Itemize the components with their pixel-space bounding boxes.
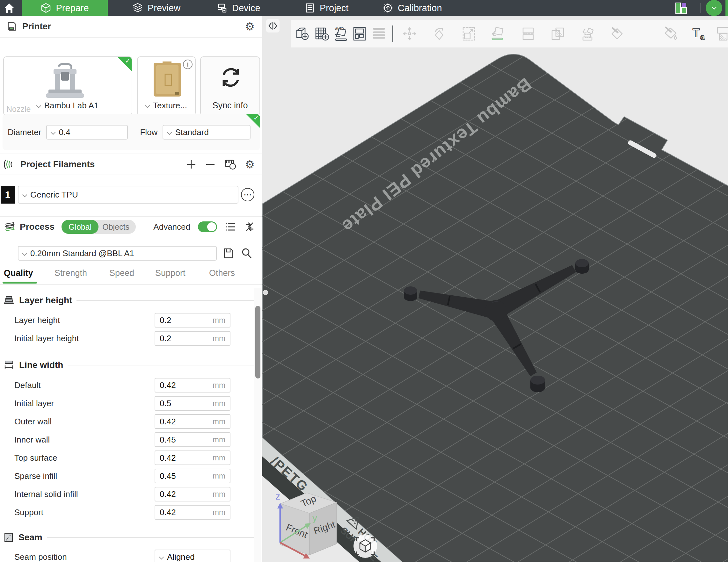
move-icon[interactable] [402, 26, 417, 41]
line-width-inner-wall-input[interactable]: 0.45mm [155, 432, 230, 447]
tab-support[interactable]: Support [155, 268, 186, 278]
filament-icon [3, 159, 17, 170]
initial-layer-height-input[interactable]: 0.2 mm [155, 331, 230, 346]
sidebar-scrollbar-thumb[interactable] [255, 306, 260, 378]
seam-position-select[interactable]: Aligned [155, 550, 230, 562]
viewport-3d[interactable]: Bambu Textured PEI Plate /PETG HOT SURFA… [262, 16, 728, 562]
top-menu-bar: Prepare Preview Device Project Calibrati… [0, 0, 728, 16]
setting-label: Support [14, 507, 43, 517]
chevron-down-icon [711, 4, 717, 10]
viewport-toolbar: AUTO [291, 20, 728, 47]
nozzle-label: Nozzle [6, 105, 31, 114]
filament-slot-number[interactable]: 1 [1, 186, 15, 204]
topbar-divider [700, 3, 701, 13]
assembly-view-icon[interactable] [371, 26, 387, 41]
edge-button-sliver[interactable] [725, 0, 728, 16]
lay-on-face-icon[interactable] [491, 26, 506, 41]
add-plate-icon[interactable] [314, 26, 329, 41]
line-width-default-input[interactable]: 0.42mm [155, 378, 230, 392]
filament-select[interactable]: Generic TPU [18, 186, 238, 204]
active-tab-underline [3, 281, 37, 283]
collapse-sidebar-button[interactable] [266, 19, 280, 33]
ams-sync-icon[interactable] [224, 158, 237, 171]
remove-filament-icon[interactable] [205, 159, 216, 170]
tab-quality[interactable]: Quality [4, 268, 33, 278]
rotate-icon[interactable] [432, 26, 447, 41]
layer-height-icon [3, 295, 15, 306]
plate-type-select[interactable]: Texture... [138, 101, 195, 111]
plate-type-card[interactable]: i Texture... [137, 56, 196, 116]
chevron-down-icon [36, 103, 41, 108]
printer-settings-gear-icon[interactable]: ⚙ [245, 21, 255, 32]
view-all-settings-icon[interactable] [225, 222, 236, 232]
svg-text:T: T [693, 26, 700, 40]
line-width-top-surface-input[interactable]: 0.42mm [155, 450, 230, 465]
tab-calibration[interactable]: Calibration [373, 0, 452, 16]
variable-layer-icon[interactable] [580, 26, 595, 41]
panel-resize-handle[interactable] [263, 290, 268, 295]
cut-icon[interactable] [609, 26, 625, 41]
prepare-cube-icon [40, 3, 51, 13]
tab-strength[interactable]: Strength [55, 268, 87, 278]
scope-global[interactable]: Global [62, 220, 98, 234]
tab-speed[interactable]: Speed [109, 268, 134, 278]
line-width-initial-input[interactable]: 0.5mm [155, 396, 230, 411]
search-settings-icon[interactable] [240, 247, 253, 260]
sidebar-scrollbar-track[interactable] [254, 288, 261, 562]
setting-label: Internal solid infill [14, 489, 78, 499]
flow-select[interactable]: Standard [163, 125, 251, 140]
scale-icon[interactable] [461, 26, 477, 41]
add-object-icon[interactable] [294, 26, 309, 41]
tab-prepare[interactable]: Prepare [22, 0, 108, 16]
home-button[interactable] [3, 2, 15, 16]
add-filament-icon[interactable] [186, 159, 197, 170]
user-menu-button[interactable] [706, 0, 722, 16]
save-preset-icon[interactable] [222, 247, 235, 260]
advanced-label: Advanced [153, 222, 190, 232]
line-width-internal-solid-input[interactable]: 0.42mm [155, 487, 230, 501]
toolbar-divider [392, 26, 393, 42]
advanced-toggle[interactable] [198, 222, 217, 232]
filament-more-button[interactable]: ⋯ [241, 188, 254, 201]
preset-row: 0.20mm Standard @BBL A1 [0, 246, 262, 261]
split-parts-icon[interactable] [550, 26, 565, 41]
flow-label: Flow [140, 128, 157, 137]
navigation-cube[interactable]: Top Front Right z y [275, 491, 337, 558]
process-preset-select[interactable]: 0.20mm Standard @BBL A1 [18, 246, 217, 261]
tab-preview[interactable]: Preview [123, 0, 190, 16]
auto-orient-icon[interactable]: AUTO [333, 26, 348, 41]
color-paint-icon[interactable] [663, 26, 679, 41]
filament-settings-gear-icon[interactable]: ⚙ [245, 159, 255, 170]
line-width-support-input[interactable]: 0.42mm [155, 505, 230, 520]
tab-device[interactable]: Device [207, 0, 270, 16]
printer-image [40, 62, 97, 100]
tab-others[interactable]: Others [209, 268, 235, 278]
chevron-down-icon [145, 103, 150, 108]
printer-section-header: Printer ⚙ [0, 16, 262, 38]
seam-paint-icon[interactable] [715, 26, 728, 41]
plugin-blocks-icon[interactable] [675, 2, 687, 16]
layer-height-input[interactable]: 0.2 mm [155, 313, 230, 327]
tab-project[interactable]: Project [295, 0, 358, 16]
fit-view-button[interactable] [353, 534, 377, 558]
tabbar-divider [0, 284, 262, 285]
text-tool-icon[interactable]: Ta [691, 26, 707, 41]
prepare-sidebar: Printer ⚙ ✓ Bambu Lab A1 i [0, 16, 262, 562]
scope-objects[interactable]: Objects [98, 223, 136, 232]
axis-z-label: z [275, 491, 280, 501]
compare-presets-icon[interactable] [244, 222, 255, 232]
setting-label: Initial layer [14, 398, 54, 408]
split-objects-icon[interactable] [521, 26, 536, 41]
nozzle-card: ✓ Diameter 0.4 Flow Standard [3, 114, 260, 150]
device-icon [217, 3, 228, 13]
nozzle-diameter-select[interactable]: 0.4 [46, 125, 128, 140]
seam-icon [3, 532, 14, 543]
arrange-icon[interactable] [352, 26, 367, 41]
line-width-outer-wall-input[interactable]: 0.42mm [155, 414, 230, 429]
process-scope-switch[interactable]: Global Objects [62, 220, 136, 234]
line-width-sparse-infill-input[interactable]: 0.45mm [155, 469, 230, 483]
sync-info-button[interactable]: Sync info [200, 56, 260, 116]
selected-check-icon: ✓ [118, 57, 132, 71]
diameter-label: Diameter [8, 128, 41, 137]
project-list-icon [304, 3, 315, 13]
